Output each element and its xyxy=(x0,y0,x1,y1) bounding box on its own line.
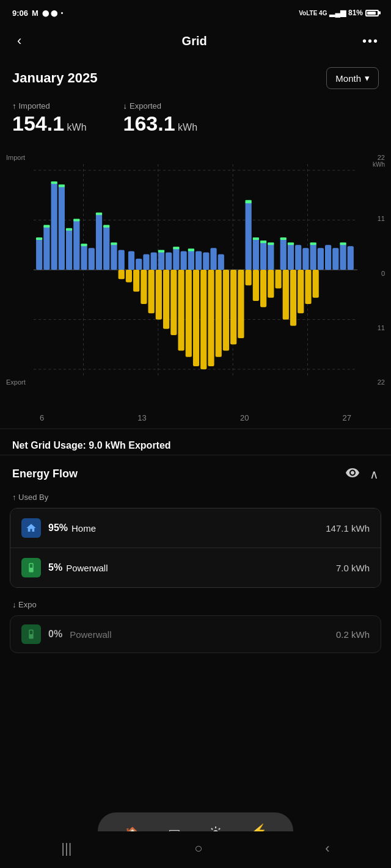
period-dropdown-label: Month xyxy=(335,73,361,84)
status-bar: 9:06 M ⬤ ⬤ • VoLTE 4G ▂▄▆ 81% xyxy=(0,0,391,24)
svg-rect-10 xyxy=(36,237,42,240)
svg-rect-49 xyxy=(253,239,259,270)
svg-rect-92 xyxy=(290,270,296,326)
svg-rect-47 xyxy=(246,201,252,270)
svg-rect-70 xyxy=(126,270,132,282)
svg-rect-35 xyxy=(158,251,164,270)
svg-line-107 xyxy=(219,828,220,829)
imported-label: ↑ Imported xyxy=(12,101,87,110)
svg-rect-73 xyxy=(148,270,155,313)
net-grid-text: Net Grid Usage: 9.0 kWh Exported xyxy=(12,440,171,450)
y-axis-right: 22 kWh 11 0 11 22 xyxy=(360,148,385,392)
svg-rect-90 xyxy=(275,270,281,289)
svg-rect-69 xyxy=(119,270,125,279)
svg-rect-28 xyxy=(111,244,117,270)
net-grid-usage: Net Grid Usage: 9.0 kWh Exported xyxy=(0,429,391,455)
svg-rect-44 xyxy=(203,252,209,270)
y-unit: kWh xyxy=(373,161,385,168)
svg-rect-88 xyxy=(260,270,266,307)
powerwall-pct: 5% xyxy=(48,562,62,573)
export-pct: 0% xyxy=(48,629,62,640)
arrow-up-icon: ↑ xyxy=(12,101,16,110)
visibility-toggle-icon[interactable] xyxy=(345,465,360,483)
svg-rect-46 xyxy=(218,255,224,270)
export-section-label: ↓ Expo xyxy=(0,598,391,615)
svg-rect-32 xyxy=(136,259,142,270)
svg-rect-51 xyxy=(260,242,266,270)
export-partial-row: 0% Powerwall 0.2 kWh xyxy=(10,615,381,653)
svg-rect-26 xyxy=(103,226,109,270)
svg-rect-99 xyxy=(30,631,33,634)
svg-rect-25 xyxy=(96,212,102,215)
page-title: Grid xyxy=(182,34,207,48)
svg-rect-78 xyxy=(186,270,192,357)
svg-rect-54 xyxy=(268,242,274,245)
svg-rect-77 xyxy=(178,270,184,351)
signal-dots: ⬤ ⬤ xyxy=(42,10,57,16)
chart-svg xyxy=(34,148,357,392)
svg-rect-93 xyxy=(298,270,304,313)
powerwall-value: 7.0 kWh xyxy=(336,563,370,573)
collapse-icon[interactable]: ∧ xyxy=(370,467,379,482)
svg-rect-19 xyxy=(73,220,79,270)
svg-rect-53 xyxy=(268,244,274,270)
svg-rect-62 xyxy=(310,242,316,245)
y-label-export: Export xyxy=(6,378,37,386)
svg-rect-11 xyxy=(43,226,49,270)
arrow-down-icon: ↓ xyxy=(123,101,128,110)
y-label-import: Import xyxy=(6,154,37,161)
svg-rect-55 xyxy=(280,239,287,270)
imported-unit: kWh xyxy=(67,122,87,132)
svg-rect-91 xyxy=(283,270,289,320)
svg-rect-89 xyxy=(268,270,274,298)
header: ‹ Grid ••• xyxy=(0,24,391,61)
home-pct: 95% xyxy=(48,523,68,533)
svg-rect-82 xyxy=(216,270,222,357)
powerwall-label: Powerwall xyxy=(66,563,336,573)
svg-rect-16 xyxy=(59,184,65,187)
svg-rect-86 xyxy=(246,270,252,285)
x-label-13: 13 xyxy=(137,413,146,422)
chart-area xyxy=(34,148,357,392)
svg-rect-37 xyxy=(166,252,172,270)
network-icon: VoLTE 4G xyxy=(299,10,327,16)
svg-rect-64 xyxy=(325,245,331,270)
exported-label: ↓ Exported xyxy=(123,101,198,110)
svg-rect-71 xyxy=(133,270,139,292)
export-value: 0.2 kWh xyxy=(336,629,370,640)
svg-rect-12 xyxy=(43,225,49,228)
energy-flow-controls: ∧ xyxy=(345,465,379,483)
svg-rect-20 xyxy=(73,219,79,221)
period-dropdown[interactable]: Month ▾ xyxy=(326,67,379,89)
svg-rect-39 xyxy=(173,247,179,249)
status-right: VoLTE 4G ▂▄▆ 81% xyxy=(299,9,379,17)
svg-rect-30 xyxy=(119,250,125,270)
more-button[interactable]: ••• xyxy=(362,34,379,48)
y-label-0: 0 xyxy=(360,270,385,277)
svg-rect-76 xyxy=(170,270,177,335)
powerwall-energy-card: 5% Powerwall 7.0 kWh xyxy=(10,548,381,587)
x-axis-labels: 6 13 20 27 xyxy=(34,413,357,422)
svg-rect-15 xyxy=(59,186,65,270)
svg-rect-57 xyxy=(288,244,294,270)
exported-stat: ↓ Exported 163.1 kWh xyxy=(123,101,198,136)
used-by-label: ↑ Used By xyxy=(0,490,391,508)
back-sys-button[interactable]: ‹ xyxy=(325,841,329,856)
svg-rect-56 xyxy=(280,237,287,240)
home-button[interactable]: ○ xyxy=(194,841,202,856)
svg-rect-43 xyxy=(196,251,202,270)
svg-rect-84 xyxy=(230,270,236,344)
energy-flow-title: Energy Flow xyxy=(12,468,78,480)
svg-rect-45 xyxy=(210,248,216,270)
svg-rect-67 xyxy=(340,242,346,245)
chevron-down-icon: ▾ xyxy=(365,73,370,84)
back-button[interactable]: ‹ xyxy=(12,31,26,51)
svg-rect-24 xyxy=(96,214,102,270)
svg-rect-75 xyxy=(163,270,169,329)
svg-rect-27 xyxy=(103,225,109,228)
imported-stat: ↑ Imported 154.1 kWh xyxy=(12,101,87,136)
dot-indicator: • xyxy=(61,10,64,16)
recent-apps-button[interactable]: ||| xyxy=(61,841,71,856)
y-axis-left: Import Export xyxy=(6,148,37,392)
exported-value: 163.1 xyxy=(123,112,175,135)
